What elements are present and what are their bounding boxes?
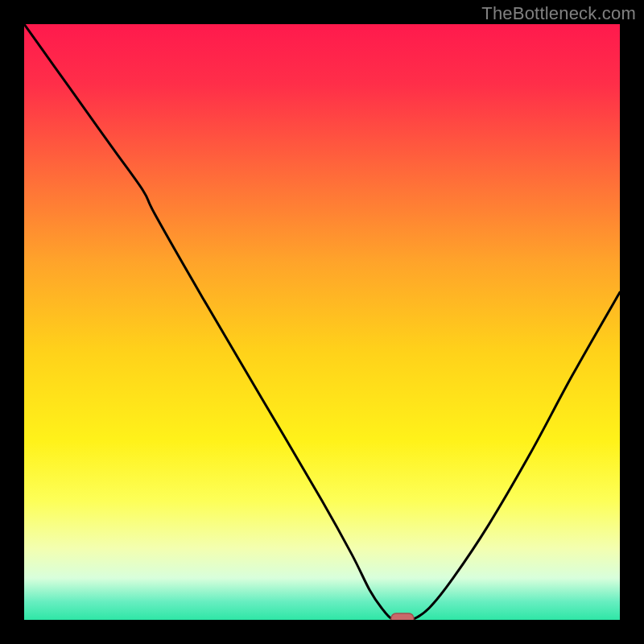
chart-frame: TheBottleneck.com [0,0,644,644]
gradient-background [24,24,620,620]
bottleneck-chart [24,24,620,620]
optimal-marker [391,613,414,620]
plot-area [24,24,620,620]
watermark-label: TheBottleneck.com [481,3,636,24]
